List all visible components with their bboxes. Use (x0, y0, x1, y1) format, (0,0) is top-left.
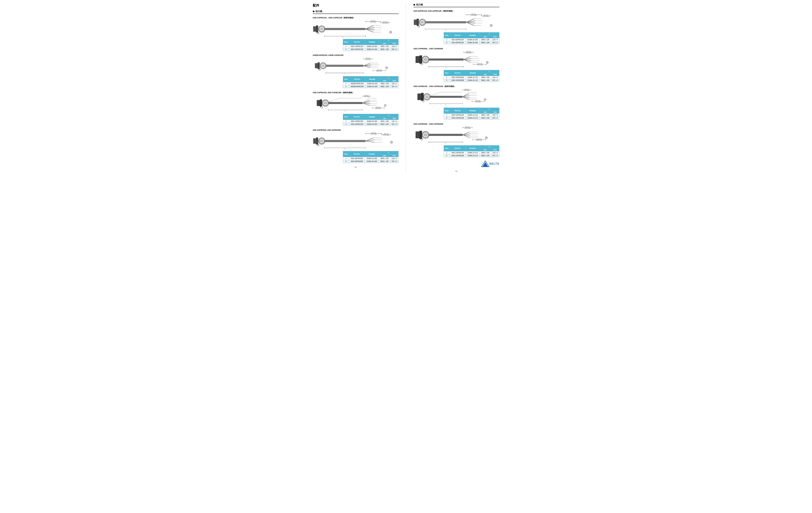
svg-rect-98 (316, 137, 318, 145)
section-header-left: 动力线 (313, 10, 399, 14)
spec-table-4: Item Part No. Straight L mm inch 1 ASD-A… (343, 151, 399, 163)
svg-rect-6 (324, 28, 366, 30)
svg-text:(1.97 inch): (1.97 inch) (371, 134, 376, 135)
svg-rect-32 (318, 62, 320, 69)
svg-point-61 (386, 67, 387, 68)
product-block-2: ASDBCAPW1203, ASDB-CAPW1205 L (313, 54, 399, 88)
table-row: 1 ASDBCAPW1203 3106A-20-18S 3000 ± 100 1… (343, 82, 399, 85)
diagram-r3: L (80 mm) (3.15 inch) (413, 89, 499, 107)
svg-rect-195 (430, 96, 462, 98)
svg-rect-37 (325, 65, 363, 67)
svg-rect-133 (425, 21, 466, 23)
svg-rect-127 (414, 20, 417, 25)
svg-text:(100 mm): (100 mm) (376, 107, 381, 108)
svg-marker-256 (483, 162, 488, 167)
svg-text:(3.94 inch): (3.94 inch) (475, 101, 481, 103)
svg-rect-68 (328, 102, 362, 104)
svg-text:(3.15 inch): (3.15 inch) (382, 22, 388, 24)
table-row: 1 ASD-CAPW2103 3106A-24-11S 3000 ± 100 1… (444, 114, 499, 117)
product-title-r3: ASD-CAPW2103，ASD-CAPW2105（附刹车接线） (413, 85, 499, 88)
table-row: 1 ASD-CAPW1303 3106A-20-18S 3000 ± 100 1… (343, 120, 399, 123)
spec-table-r1: Item Part No. Straight L mm inch 1 ASD-A… (444, 32, 499, 44)
svg-line-73 (328, 98, 340, 102)
svg-text:(3.15 inch): (3.15 inch) (364, 96, 369, 98)
svg-text:(3.15 inch): (3.15 inch) (365, 59, 371, 60)
svg-rect-102 (319, 139, 320, 142)
svg-text:(1.97 inch): (1.97 inch) (370, 22, 376, 23)
th-partno: Part No. (349, 39, 365, 45)
svg-rect-104 (324, 140, 366, 142)
product-title-4: ASD-A2PW1003, ASD-A2PW1005 (313, 129, 399, 131)
svg-rect-230 (428, 134, 463, 136)
diagram-2: L (80 mm) (3.15 inch) (313, 57, 399, 75)
svg-point-60 (385, 67, 387, 69)
product-title-r4: ASD-CAPW2203，ASD-CAPW2205 (413, 123, 499, 125)
svg-text:(100 mm): (100 mm) (475, 100, 481, 101)
spec-table-2: Item Part No. Straight L mm inch 1 ASDBC… (343, 76, 399, 88)
th-mm: mm (379, 42, 390, 45)
spec-table-r2: Item Part No. Straight L mm inch 1 ASD-C… (444, 70, 499, 82)
product-block-r3: ASD-CAPW2103，ASD-CAPW2105（附刹车接线） (413, 85, 499, 119)
svg-point-66 (324, 102, 326, 104)
svg-point-4 (321, 28, 323, 30)
svg-text:L: L (445, 142, 446, 144)
product-block-r4: ASD-CAPW2203，ASD-CAPW2205 L (413, 123, 499, 157)
table-row: 1 ASD-CAPW1103 3106A-20-18S 3000 ± 100 1… (343, 45, 399, 48)
svg-text:(3.15 inch): (3.15 inch) (483, 16, 489, 17)
table-row: 2 ASD-A2PW1005 3106A-20-18S 5000 ± 100 1… (343, 160, 399, 163)
svg-text:(3.15 inch): (3.15 inch) (465, 128, 470, 129)
diagram-4: L (50 mm) (1.97 inch) (313, 132, 399, 150)
table-row: 2 ASD-A2PW1105 3106A-20-18S 5000 ± 100 1… (444, 41, 499, 44)
svg-text:(80 mm): (80 mm) (484, 14, 488, 16)
svg-point-223 (485, 99, 486, 100)
svg-text:(1.97 inch): (1.97 inch) (471, 15, 476, 16)
svg-point-126 (391, 142, 392, 143)
left-column: 配件 动力线 ASD-CAPW1103，ASD-CAPW1105（附刹车接线） (313, 3, 399, 172)
th-item: Item (343, 39, 349, 45)
svg-point-35 (322, 65, 324, 67)
svg-rect-190 (421, 93, 424, 101)
svg-text:(80 mm): (80 mm) (465, 89, 469, 90)
svg-text:(3.94 inch): (3.94 inch) (477, 64, 483, 66)
th-inch: inch (390, 42, 399, 45)
page-title: 配件 (313, 3, 399, 8)
table-row: 1 ASD-CAPW2203 3106A-24-11S 3000 ± 100 1… (444, 151, 499, 154)
product-title-3: ASD-CAPW1303, ASD-CAPW1305（附刹车接线） (313, 91, 399, 94)
svg-rect-225 (419, 131, 422, 139)
svg-line-111 (366, 141, 375, 142)
svg-text:L: L (446, 104, 446, 105)
svg-rect-164 (428, 58, 464, 61)
diagram-r2: L (80 mm) (3.15 inch) (413, 51, 499, 69)
svg-point-101 (321, 140, 323, 142)
svg-text:(80 mm): (80 mm) (383, 21, 387, 22)
table-row: 1 ASD-A2PW1003 3106A-20-18S 3000 ± 100 1… (343, 157, 399, 160)
svg-rect-1 (316, 25, 318, 33)
svg-point-156 (490, 24, 492, 27)
table-row: 2 ASD-CAPW1305 3106A-20-18S 5000 ± 100 1… (343, 123, 399, 126)
svg-text:L: L (345, 110, 346, 111)
svg-rect-31 (315, 63, 318, 68)
product-title-r2: ASD-CAPW2003，ASD-CAPW2005 (413, 48, 499, 50)
product-title-r1: ASD-A2PW1103, ASD-A2PW1105（附刹车接线） (413, 10, 499, 12)
svg-point-96 (385, 105, 386, 106)
spec-table-r3: Item Part No. Straight L mm inch 1 ASD-C… (444, 108, 499, 119)
svg-rect-97 (313, 138, 316, 144)
table-row: 2 ASDBCAPW1205 3106A-20-18S 5000 ± 100 1… (343, 85, 399, 88)
svg-line-196 (430, 92, 441, 96)
svg-text:(50 mm): (50 mm) (471, 13, 476, 15)
svg-rect-0 (313, 26, 316, 32)
table-row: 2 ASD-CAPW2105 3106A-24-11S 5000 ± 100 1… (444, 117, 499, 119)
table-row: 2 ASD-CAPW1105 3106A-20-18S 5000 ± 100 1… (343, 48, 399, 51)
product-block-r1: ASD-A2PW1103, ASD-A2PW1105（附刹车接线） L (413, 10, 499, 44)
svg-text:(50 mm): (50 mm) (371, 132, 376, 134)
product-title-1: ASD-CAPW1103，ASD-CAPW1105（附刹车接线） (313, 17, 399, 19)
section-label-right: 动力线 (416, 3, 423, 6)
product-block-1: ASD-CAPW1103，ASD-CAPW1105（附刹车接线） (313, 17, 399, 51)
svg-text:(50 mm): (50 mm) (371, 20, 375, 22)
th-L: L (379, 39, 399, 42)
svg-text:(3.94 inch): (3.94 inch) (375, 108, 381, 109)
svg-point-253 (485, 137, 487, 139)
svg-text:L: L (445, 29, 446, 31)
svg-point-254 (486, 137, 487, 138)
product-block-3: ASD-CAPW1303, ASD-CAPW1305（附刹车接线） L (313, 91, 399, 126)
